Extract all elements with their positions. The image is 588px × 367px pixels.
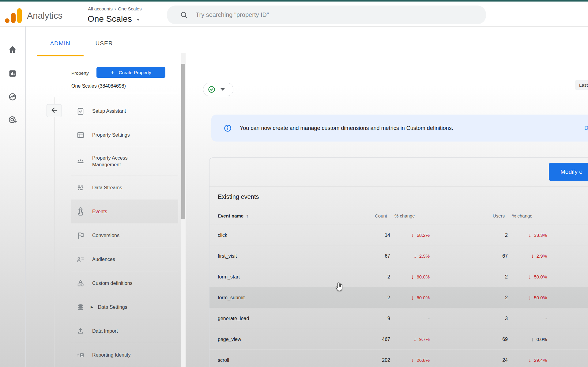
tab-user[interactable]: USER <box>87 36 121 51</box>
menu-item-label: Conversions <box>92 232 119 239</box>
table-row[interactable]: form_submit 2 ↓ 60.0% 2 ↓ 50.0% <box>209 287 588 308</box>
product-name: Analytics <box>27 11 62 21</box>
event-name-cell: generate_lead <box>209 316 354 321</box>
date-range-selector[interactable]: Last <box>575 80 588 90</box>
topbar-divider <box>79 6 79 24</box>
home-icon[interactable] <box>5 42 20 57</box>
table-row[interactable]: first_visit 67 ↓ 2.9% 67 ↓ 2.9% <box>209 246 588 267</box>
users-cell: 67 <box>430 253 508 259</box>
column-header-event-name[interactable]: Event name ↑ <box>209 213 354 219</box>
plus-icon: + <box>111 69 114 76</box>
menu-item-icon <box>76 183 85 192</box>
count-change-value: 68.2% <box>417 233 430 238</box>
menu-item[interactable]: Data Streams <box>71 176 178 200</box>
table-row[interactable]: page_view 467 ↓ 9.7% 69 ↓ 0.0% <box>209 329 588 350</box>
search-input[interactable] <box>195 11 441 19</box>
event-name-cell: scroll <box>209 358 354 363</box>
card-title-band: Existing events <box>209 187 588 207</box>
menu-item[interactable]: Reporting Identity <box>71 343 178 367</box>
table-row[interactable]: click 14 ↓ 68.2% 2 ↓ 33.3% <box>209 225 588 246</box>
column-header-count-change[interactable]: % change <box>390 213 430 218</box>
property-column-label: Property <box>71 70 89 76</box>
banner-text: You can now create and manage custom dim… <box>240 125 453 131</box>
menu-item[interactable]: Custom definitions <box>71 271 178 295</box>
menu-item[interactable]: Conversions <box>71 224 178 248</box>
breadcrumb-chevron-icon: › <box>115 6 116 11</box>
panel-scrollbar-thumb[interactable] <box>181 64 185 219</box>
users-change-cell: ↓ 50.0% <box>508 274 547 280</box>
active-tab-underline <box>37 55 84 56</box>
menu-item[interactable]: Property Access Management <box>71 147 178 176</box>
users-change-value: - <box>545 316 547 321</box>
logo-dot <box>5 18 9 23</box>
top-app-bar: Analytics All accounts›One Scales One Sc… <box>0 2 588 27</box>
count-cell: 14 <box>354 233 390 238</box>
users-change-cell: ↓ 50.0% <box>508 295 547 301</box>
menu-item-label: Data Import <box>92 328 118 335</box>
explore-icon[interactable] <box>5 89 20 104</box>
logo-bar-tall <box>17 8 22 23</box>
events-toolbar: Modify e <box>209 158 588 187</box>
ga-admin-page: Analytics All accounts›One Scales One Sc… <box>0 0 588 367</box>
table-row[interactable]: form_start 2 ↓ 60.0% 2 ↓ 50.0% <box>209 267 588 287</box>
table-row[interactable]: scroll 202 ↓ 26.8% 24 ↓ 29.4% <box>209 350 588 367</box>
arrow-down-icon: ↓ <box>411 232 414 239</box>
count-change-value: 60.0% <box>417 274 430 279</box>
users-change-cell: ↓ 2.9% <box>508 253 547 259</box>
count-change-cell: ↓ 68.2% <box>390 232 430 238</box>
users-change-cell: ↓ 0.0% <box>508 336 547 342</box>
reports-icon[interactable] <box>5 66 20 81</box>
expand-triangle-icon[interactable]: ▶ <box>91 305 93 309</box>
menu-item-icon <box>76 207 85 216</box>
date-range-label: Last <box>579 82 588 88</box>
users-change-cell: ↓ - <box>508 316 547 321</box>
event-name-cell: click <box>209 233 354 238</box>
menu-item[interactable]: Setup Assistant <box>71 99 178 123</box>
tab-admin[interactable]: ADMIN <box>37 36 84 51</box>
count-cell: 9 <box>354 316 390 321</box>
count-change-value: 26.8% <box>417 358 430 363</box>
column-header-users-change[interactable]: % change <box>508 213 547 218</box>
menu-item-icon <box>76 279 85 288</box>
menu-item-label: Audiences <box>92 256 115 263</box>
menu-item-icon <box>76 107 85 116</box>
search-icon <box>180 11 188 19</box>
users-change-value: 2.9% <box>537 253 547 259</box>
chevron-down-icon <box>136 19 140 21</box>
google-analytics-logo-icon[interactable] <box>5 8 22 24</box>
menu-item[interactable]: Audiences <box>71 248 178 271</box>
create-property-button[interactable]: + Create Property <box>96 67 165 78</box>
search-bar[interactable] <box>167 6 486 24</box>
count-change-value: 9.7% <box>419 337 430 342</box>
event-status-dropdown[interactable] <box>203 83 233 96</box>
selected-property-name[interactable]: One Scales (384084698) <box>71 83 126 89</box>
column-header-users[interactable]: Users <box>430 213 508 218</box>
breadcrumb-current: One Scales <box>118 6 142 11</box>
menu-item-label: Property Access Management <box>92 155 149 168</box>
left-nav-rail <box>0 26 26 367</box>
arrow-down-icon: ↓ <box>414 252 417 259</box>
menu-item-icon <box>76 350 85 360</box>
advertising-icon[interactable] <box>5 113 20 127</box>
menu-item[interactable]: ▶ Data Settings <box>71 295 178 319</box>
account-switcher[interactable]: One Scales <box>88 13 140 25</box>
table-row[interactable]: generate_lead 9 ↓ - 3 ↓ - <box>209 308 588 329</box>
arrow-down-icon: ↓ <box>529 294 531 301</box>
collapse-panel-button[interactable] <box>47 104 62 117</box>
arrow-left-icon <box>50 106 58 115</box>
breadcrumb-root[interactable]: All accounts <box>88 6 113 11</box>
count-change-cell: ↓ 2.9% <box>390 253 430 259</box>
menu-item[interactable]: Data Import <box>71 319 178 343</box>
check-circle-icon <box>208 85 216 93</box>
column-header-count[interactable]: Count <box>354 213 390 218</box>
menu-item[interactable]: Events <box>71 200 178 224</box>
divider <box>71 93 178 93</box>
existing-events-card: Modify e Existing events Event name ↑ Co… <box>209 157 588 367</box>
users-cell: 2 <box>430 295 508 301</box>
menu-item[interactable]: Property Settings <box>71 123 178 147</box>
count-cell: 67 <box>354 253 390 259</box>
banner-dismiss-link[interactable]: D <box>584 125 588 131</box>
event-name-cell: form_submit <box>209 295 354 301</box>
arrow-down-icon: ↓ <box>529 357 531 364</box>
modify-events-button[interactable]: Modify e <box>549 163 588 181</box>
